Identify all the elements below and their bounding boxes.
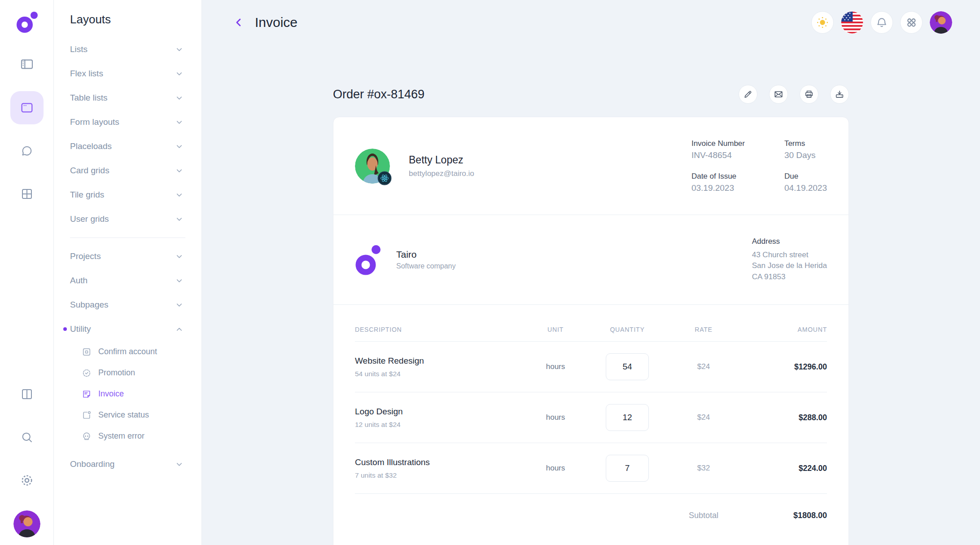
sidebar-item-label: Form layouts bbox=[70, 117, 119, 127]
item-amount: $288.00 bbox=[737, 413, 827, 422]
apps-dots-icon bbox=[905, 16, 918, 29]
chevron-down-icon bbox=[175, 252, 184, 261]
app-root: Layouts Lists Flex lists Table lists For… bbox=[0, 0, 980, 545]
sidebar-subitem-service-status[interactable]: Service status bbox=[54, 404, 201, 426]
item-description: Logo Design bbox=[355, 407, 526, 417]
page-title: Invoice bbox=[255, 15, 298, 30]
sidebar-item-auth[interactable]: Auth bbox=[54, 268, 201, 293]
column-header-rate: RATE bbox=[670, 326, 737, 333]
sidebar-subitem-label: Promotion bbox=[98, 368, 135, 378]
item-amount: $224.00 bbox=[737, 464, 827, 473]
skull-icon bbox=[82, 431, 92, 441]
date-of-issue-block: Date of Issue 03.19.2023 bbox=[691, 172, 784, 193]
quantity-input[interactable] bbox=[606, 353, 649, 380]
rail-item-layouts-active[interactable] bbox=[10, 91, 44, 124]
sidebar-item-form-layouts[interactable]: Form layouts bbox=[54, 110, 201, 134]
address-line: CA 91853 bbox=[752, 272, 827, 283]
mail-button[interactable] bbox=[769, 85, 788, 104]
sidebar-item-card-grids[interactable]: Card grids bbox=[54, 158, 201, 183]
utility-sub-list: Confirm account Promotion Invoice Servic… bbox=[54, 341, 201, 447]
column-header-unit: UNIT bbox=[526, 326, 585, 333]
due-block: Due 04.19.2023 bbox=[784, 172, 827, 193]
address-line: San Jose de la Herida bbox=[752, 260, 827, 272]
table-row: Logo Design 12 units at $24 hours $24 $2… bbox=[355, 392, 827, 443]
rail-user-avatar[interactable] bbox=[13, 510, 40, 537]
terms-label: Terms bbox=[784, 139, 827, 148]
sidebar-item-label: Projects bbox=[70, 251, 101, 261]
sidebar-item-projects[interactable]: Projects bbox=[54, 244, 201, 268]
column-header-amount: AMOUNT bbox=[737, 326, 827, 333]
content: Order #ox-81469 bbox=[333, 45, 849, 545]
language-button[interactable] bbox=[841, 11, 863, 34]
chevron-up-icon bbox=[175, 325, 184, 334]
chevron-down-icon bbox=[175, 70, 184, 78]
customer-avatar bbox=[355, 149, 390, 184]
item-unit: hours bbox=[526, 362, 585, 371]
item-rate: $24 bbox=[670, 362, 737, 371]
chevron-down-icon bbox=[175, 142, 184, 151]
sidebar-item-user-grids[interactable]: User grids bbox=[54, 207, 201, 231]
sidebar-subitem-invoice[interactable]: Invoice bbox=[54, 383, 201, 404]
sidebar-item-label: Utility bbox=[70, 324, 91, 334]
tairo-logo-icon bbox=[15, 11, 39, 34]
download-button[interactable] bbox=[830, 85, 849, 104]
sidebar-divider bbox=[70, 237, 185, 238]
quantity-input[interactable] bbox=[606, 455, 649, 482]
order-header-row: Order #ox-81469 bbox=[333, 82, 849, 107]
sidebar-item-label: Tile grids bbox=[70, 190, 104, 200]
item-details: 7 units at $32 bbox=[355, 471, 526, 479]
address-line: 43 Church street bbox=[752, 250, 827, 261]
invoice-number-label: Invoice Number bbox=[691, 139, 784, 148]
item-description: Custom Illustrations bbox=[355, 457, 526, 467]
search-icon[interactable] bbox=[16, 426, 38, 448]
sidebar-item-subpages[interactable]: Subpages bbox=[54, 293, 201, 317]
invoice-customer-section: Betty Lopez bettylopez@tairo.io Invoice … bbox=[333, 117, 849, 215]
sidebar-subitem-promotion[interactable]: Promotion bbox=[54, 362, 201, 383]
react-logo-badge bbox=[377, 171, 392, 185]
sidebar-item-label: Card grids bbox=[70, 166, 109, 176]
sidebar-item-utility[interactable]: Utility bbox=[54, 317, 201, 341]
sidebar-item-label: Subpages bbox=[70, 300, 109, 310]
back-button[interactable] bbox=[232, 16, 245, 29]
item-details: 54 units at $24 bbox=[355, 370, 526, 378]
sidebar-item-label: Auth bbox=[70, 276, 88, 286]
sidebar-item-placeloads[interactable]: Placeloads bbox=[54, 134, 201, 158]
sidebar-subitem-system-error[interactable]: System error bbox=[54, 426, 201, 447]
sidebar-item-onboarding[interactable]: Onboarding bbox=[54, 452, 201, 476]
due-label: Due bbox=[784, 172, 827, 181]
apps-button[interactable] bbox=[900, 11, 923, 34]
chevron-down-icon bbox=[175, 167, 184, 175]
bell-icon bbox=[875, 16, 888, 29]
sidebar-item-tile-grids[interactable]: Tile grids bbox=[54, 183, 201, 207]
print-button[interactable] bbox=[800, 85, 818, 104]
grid-icon[interactable] bbox=[16, 183, 38, 205]
sidebar-subitem-confirm-account[interactable]: Confirm account bbox=[54, 341, 201, 362]
table-row: Custom Illustrations 7 units at $32 hour… bbox=[355, 443, 827, 494]
invoice-table: DESCRIPTION UNIT QUANTITY RATE AMOUNT We… bbox=[333, 305, 849, 545]
chat-bubble-icon[interactable] bbox=[16, 140, 38, 162]
item-unit: hours bbox=[526, 464, 585, 473]
sidebar-item-lists[interactable]: Lists bbox=[54, 37, 201, 62]
notifications-button[interactable] bbox=[871, 11, 893, 34]
quantity-input[interactable] bbox=[606, 404, 649, 431]
profile-avatar bbox=[930, 11, 952, 34]
download-icon bbox=[835, 89, 844, 99]
tairo-logo[interactable] bbox=[15, 11, 39, 34]
sidebar-item-flex-lists[interactable]: Flex lists bbox=[54, 62, 201, 86]
item-unit: hours bbox=[526, 413, 585, 422]
chevron-down-icon bbox=[175, 118, 184, 127]
app-window-icon bbox=[20, 101, 34, 115]
sidebar-item-table-lists[interactable]: Table lists bbox=[54, 86, 201, 110]
sidebar-panels-icon[interactable] bbox=[16, 53, 38, 75]
order-title: Order #ox-81469 bbox=[333, 88, 424, 101]
item-rate: $24 bbox=[670, 413, 737, 422]
print-icon bbox=[804, 89, 814, 99]
theme-toggle-button[interactable] bbox=[811, 11, 834, 34]
profile-avatar-button[interactable] bbox=[930, 11, 952, 34]
icon-rail bbox=[0, 0, 54, 545]
edit-button[interactable] bbox=[739, 85, 757, 104]
gear-icon[interactable] bbox=[16, 470, 38, 491]
chevron-down-icon bbox=[175, 191, 184, 199]
split-columns-icon[interactable] bbox=[16, 383, 38, 405]
table-row: Website Redesign 54 units at $24 hours $… bbox=[355, 342, 827, 392]
